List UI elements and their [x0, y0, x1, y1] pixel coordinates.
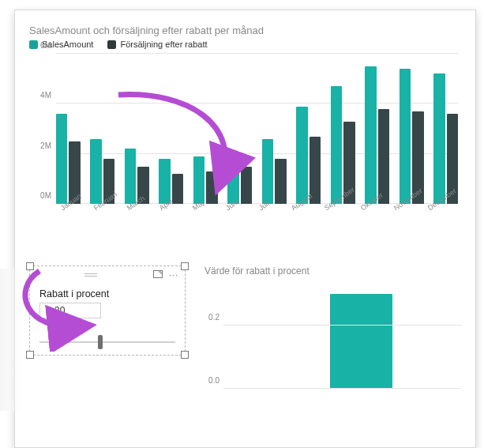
bar-group[interactable]: [331, 54, 355, 204]
legend-label: Försäljning efter rabatt: [120, 40, 207, 49]
resize-handle-icon[interactable]: [26, 262, 34, 270]
bar-group[interactable]: [433, 54, 458, 204]
bar-group[interactable]: [296, 54, 321, 204]
discount-slicer[interactable]: ··· Rabatt i procent 0.30: [29, 265, 186, 356]
y-axis-labels: 0M2M4M6M: [32, 54, 54, 204]
y-tick-label: 0.2: [208, 313, 219, 322]
page-edge-decoration: [0, 269, 24, 411]
chart-plot-area: 0M2M4M6M JanuariFebruariMarchAprilMajJun…: [32, 54, 458, 228]
value-bar: [330, 294, 392, 389]
legend-item-after-discount[interactable]: Försäljning efter rabatt: [107, 40, 207, 49]
bar-group[interactable]: [56, 54, 81, 204]
value-chart-plot: 0.00.2: [204, 278, 461, 389]
bar-group[interactable]: [159, 54, 183, 204]
bar-group[interactable]: [90, 54, 114, 204]
slider-track: [39, 341, 175, 343]
value-chart[interactable]: Värde för rabatt i procent 0.00.2: [204, 265, 461, 389]
bar-salesamount[interactable]: [400, 69, 411, 204]
bar-salesamount[interactable]: [433, 73, 445, 204]
y-tick-label: 0.0: [208, 376, 219, 385]
bar-salesamount[interactable]: [90, 139, 101, 204]
bar-salesamount[interactable]: [365, 66, 376, 204]
chart-title: SalesAmount och försäljning efter rabatt…: [29, 24, 461, 36]
y-tick-label: 6M: [40, 41, 51, 50]
legend-swatch-icon: [29, 40, 38, 49]
x-axis-labels: JanuariFebruariMarchAprilMajJuniJuliAugu…: [56, 204, 458, 228]
slicer-title: Rabatt i procent: [39, 288, 175, 299]
resize-handle-icon[interactable]: [26, 351, 34, 359]
bar-group[interactable]: [227, 54, 252, 204]
slicer-slider[interactable]: [39, 333, 175, 352]
focus-mode-icon[interactable]: [153, 270, 163, 280]
more-options-icon[interactable]: ···: [169, 270, 178, 280]
drag-grip-icon[interactable]: [84, 273, 97, 277]
slicer-value-input[interactable]: 0.30: [39, 303, 101, 318]
bar-group[interactable]: [400, 54, 424, 204]
bar-salesamount[interactable]: [56, 114, 67, 204]
value-chart-title: Värde för rabatt i procent: [204, 265, 461, 277]
bar-group[interactable]: [193, 54, 218, 204]
y-tick-label: 0M: [40, 191, 51, 200]
chart-legend: SalesAmount Försäljning efter rabatt: [29, 40, 461, 49]
report-canvas: SalesAmount och försäljning efter rabatt…: [0, 0, 484, 448]
bar-group[interactable]: [262, 54, 287, 204]
report-page: SalesAmount och försäljning efter rabatt…: [14, 9, 476, 448]
legend-swatch-icon: [107, 40, 116, 49]
value-grid: [223, 278, 461, 389]
chart-bars: [56, 54, 458, 204]
bar-group[interactable]: [365, 54, 389, 204]
legend-item-salesamount[interactable]: SalesAmount: [29, 40, 93, 49]
value-y-axis: 0.00.2: [204, 278, 222, 389]
y-tick-label: 2M: [40, 141, 51, 149]
y-tick-label: 4M: [40, 91, 51, 100]
resize-handle-icon[interactable]: [181, 262, 189, 270]
main-chart[interactable]: SalesAmount och försäljning efter rabatt…: [29, 24, 461, 228]
slider-thumb-icon[interactable]: [98, 335, 103, 349]
visual-header: ···: [30, 266, 185, 284]
bar-group[interactable]: [125, 54, 149, 204]
bar-salesamount[interactable]: [331, 86, 342, 204]
resize-handle-icon[interactable]: [181, 351, 189, 359]
